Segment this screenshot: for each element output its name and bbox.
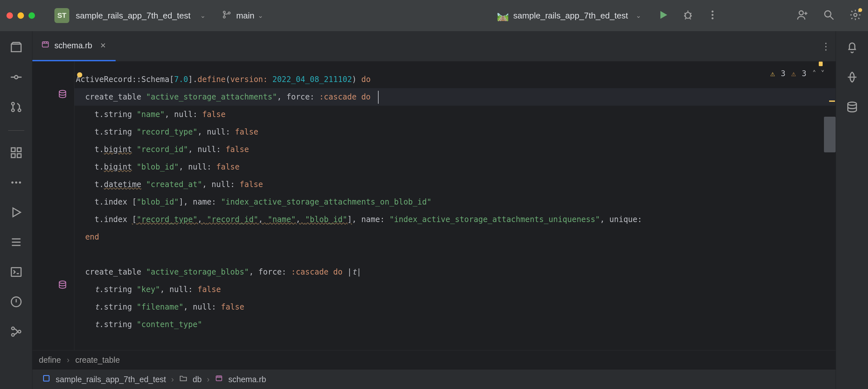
svg-point-5 (712, 14, 714, 16)
svg-point-1 (223, 16, 225, 18)
tab-close-icon[interactable]: ✕ (100, 41, 106, 50)
svg-point-11 (11, 103, 14, 105)
chevron-down-icon[interactable]: ⌄ (258, 12, 263, 20)
run-button[interactable] (657, 9, 669, 22)
svg-rect-14 (11, 148, 15, 152)
weak-warning-icon: ⚠ (791, 65, 796, 82)
editor-tab-bar: schema.rb ✕ ⋮ (32, 31, 836, 62)
code-line[interactable]: ActiveRecord::Schema[7.0].define(version… (74, 71, 836, 88)
editor-scrollbar[interactable] (824, 62, 836, 350)
run-configuration[interactable]: 🛤️ sample_rails_app_7th_ed_test ⌄ (497, 10, 641, 21)
svg-point-31 (847, 102, 856, 105)
search-icon[interactable] (823, 9, 835, 22)
code-line[interactable]: t.string "content_type" (74, 316, 836, 333)
tab-bar-more-icon[interactable]: ⋮ (816, 31, 836, 61)
window-maximize[interactable] (29, 12, 35, 19)
svg-rect-15 (17, 148, 21, 152)
module-icon (42, 374, 51, 385)
gutter (32, 62, 74, 350)
nav-project[interactable]: sample_rails_app_7th_ed_test (56, 375, 166, 384)
scrollbar-warning-mark (829, 101, 835, 102)
text-cursor (378, 91, 379, 104)
titlebar-right-icons (796, 9, 862, 22)
weak-warning-count: 3 (802, 65, 806, 82)
svg-rect-26 (42, 42, 49, 47)
titlebar: ST sample_rails_app_7th_ed_test ⌄ main ⌄… (0, 0, 868, 31)
code-line[interactable]: end (74, 228, 836, 246)
svg-point-27 (59, 90, 66, 93)
debug-button[interactable] (682, 9, 694, 22)
run-tool-icon[interactable] (10, 206, 23, 220)
nav-folder[interactable]: db (193, 375, 202, 384)
code-line[interactable]: t.bigint "blob_id", null: false (74, 158, 836, 176)
code-with-me-icon[interactable] (796, 9, 808, 22)
code-line[interactable]: create_table "active_storage_blobs", for… (74, 263, 836, 281)
project-name[interactable]: sample_rails_app_7th_ed_test (76, 11, 190, 21)
more-actions-icon[interactable] (707, 9, 718, 22)
project-icon: ST (54, 8, 69, 23)
svg-point-25 (11, 334, 14, 336)
pull-request-icon[interactable] (10, 101, 23, 115)
svg-point-23 (11, 327, 14, 330)
svg-point-4 (712, 11, 714, 12)
todo-tool-icon[interactable] (10, 236, 23, 250)
svg-point-20 (19, 182, 21, 184)
nav-separator: › (171, 375, 174, 384)
svg-point-6 (712, 18, 714, 20)
inspection-widget[interactable]: ⚠ 3 ⚠ 3 ˄ ˅ (770, 65, 825, 82)
svg-point-24 (18, 330, 21, 333)
code-line[interactable]: t.string "record_type", null: false (74, 123, 836, 141)
ruby-file-icon (215, 374, 223, 385)
gutter-db-icon[interactable] (57, 279, 68, 290)
svg-point-10 (14, 76, 18, 79)
nav-file[interactable]: schema.rb (228, 375, 266, 384)
window-close[interactable] (6, 12, 13, 19)
chevron-down-icon[interactable]: ⌄ (636, 12, 641, 20)
code-line[interactable]: t.index ["record_type", "record_id", "na… (74, 211, 836, 228)
run-toolbar (657, 9, 718, 22)
code-editor[interactable]: ⚠ 3 ⚠ 3 ˄ ˅ ActiveRecord::Schema[7.0].de… (32, 62, 836, 350)
breadcrumb-item[interactable]: define (39, 355, 61, 365)
scrollbar-thumb[interactable] (824, 117, 836, 152)
svg-point-28 (59, 281, 66, 284)
notifications-icon[interactable] (846, 41, 859, 55)
database-tool-icon[interactable] (846, 101, 859, 115)
code-line[interactable] (74, 246, 836, 263)
main-area: schema.rb ✕ ⋮ ⚠ 3 ⚠ 3 ˄ (0, 31, 868, 389)
prev-highlight-icon[interactable]: ˄ (812, 65, 816, 82)
svg-point-7 (799, 11, 804, 15)
branch-name: main (236, 11, 254, 21)
code-line[interactable]: t.string "name", null: false (74, 106, 836, 123)
commit-tool-icon[interactable] (10, 71, 23, 85)
git-branch-widget[interactable]: main ⌄ (222, 10, 263, 22)
window-minimize[interactable] (18, 12, 24, 19)
structure-tool-icon[interactable] (10, 146, 23, 161)
sidebar-divider (8, 130, 24, 131)
vcs-tool-icon[interactable] (10, 325, 23, 339)
editor-breadcrumb: define › create_table (32, 350, 836, 369)
editor-tab[interactable]: schema.rb ✕ (32, 31, 116, 61)
run-config-name: sample_rails_app_7th_ed_test (513, 11, 628, 21)
editor-column: schema.rb ✕ ⋮ ⚠ 3 ⚠ 3 ˄ (32, 31, 836, 389)
code-line[interactable]: t.datetime "created_at", null: false (74, 176, 836, 193)
code-line[interactable]: t.bigint "record_id", null: false (74, 141, 836, 158)
settings-icon[interactable] (849, 9, 862, 22)
svg-point-13 (18, 109, 21, 112)
code-line[interactable]: t.index ["blob_id"], name: "index_active… (74, 193, 836, 211)
gutter-db-icon[interactable] (57, 88, 68, 100)
code-line[interactable]: t.string "filename", null: false (74, 298, 836, 316)
breadcrumb-item[interactable]: create_table (75, 355, 120, 365)
ai-assistant-icon[interactable] (846, 71, 859, 85)
more-tools-icon[interactable] (10, 176, 23, 190)
right-tool-sidebar (836, 31, 868, 389)
code-area[interactable]: ⚠ 3 ⚠ 3 ˄ ˅ ActiveRecord::Schema[7.0].de… (74, 62, 836, 350)
chevron-down-icon[interactable]: ⌄ (200, 12, 206, 20)
code-line-active[interactable]: create_table "active_storage_attachments… (74, 88, 836, 106)
project-tool-icon[interactable] (10, 41, 23, 55)
problems-tool-icon[interactable] (10, 295, 23, 310)
tab-filename: schema.rb (54, 41, 92, 50)
terminal-tool-icon[interactable] (10, 266, 23, 280)
svg-point-19 (15, 182, 17, 184)
window-controls (6, 12, 35, 19)
code-line[interactable]: t.string "key", null: false (74, 281, 836, 298)
